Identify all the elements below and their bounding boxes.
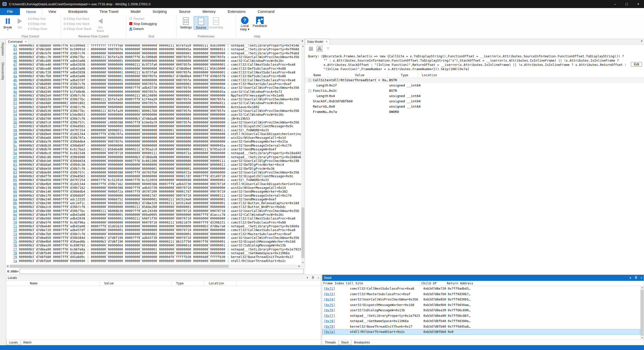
- sidebar-tab-disassembly[interactable]: Disassembly: [1, 60, 5, 82]
- frame-number-link[interactable]: 74: [13, 236, 17, 240]
- collapse-icon[interactable]: −: [308, 90, 311, 92]
- column-separator[interactable]: [171, 281, 171, 285]
- stack-frame-row[interactable]: [0x73]comctl32!MasterSubclassProc+0xaf0x…: [322, 291, 640, 297]
- frame-number-link[interactable]: 4e: [13, 90, 17, 94]
- frame-number-link[interactable]: 6c: [13, 205, 17, 209]
- column-separator[interactable]: [328, 73, 328, 77]
- stack-frame-row[interactable]: [0x7a]ntdll!RtlUserThreadStart+0x2c0xb3d…: [322, 329, 640, 335]
- frame-number-link[interactable]: 69: [13, 194, 17, 197]
- frame-number-link[interactable]: 4b: [13, 78, 17, 82]
- stack-frame-row[interactable]: [0x75]user32!DispatchMessageWorker+0x1dd…: [322, 302, 640, 308]
- ribbon-tab-command[interactable]: Command: [252, 8, 280, 15]
- command-output[interactable]: 42 000000b3`d7d8bbb0 00007ff6`6c5999ed :…: [6, 45, 305, 265]
- frame-number-link[interactable]: 45: [13, 55, 17, 59]
- frame-number-link[interactable]: 62: [13, 167, 17, 170]
- column-separator[interactable]: [418, 73, 418, 77]
- filter-icon[interactable]: [325, 46, 331, 52]
- frame-number-link[interactable]: 51: [13, 101, 17, 105]
- source-button[interactable]: </> Source: [194, 16, 208, 30]
- table-row[interactable]: −Functio…0x2cBSTR: [305, 88, 644, 94]
- scroll-left-icon[interactable]: ◀: [6, 265, 9, 268]
- frame-number-link[interactable]: 4c: [13, 82, 17, 86]
- scrollbar-thumb[interactable]: [301, 207, 304, 258]
- frame-number-link[interactable]: 73: [13, 232, 17, 236]
- frame-number-link[interactable]: 4a: [13, 74, 17, 78]
- step-out-button[interactable]: {↥}Step Out: [28, 16, 48, 21]
- frame-number-link[interactable]: 52: [13, 105, 17, 109]
- frame-number-link[interactable]: 6b: [13, 201, 17, 205]
- frame-number-link[interactable]: 70: [13, 221, 17, 224]
- collapse-icon[interactable]: −: [308, 79, 311, 82]
- step-into-back-button[interactable]: {↧}Step Into Back: [63, 21, 91, 26]
- go-button[interactable]: Go: [14, 16, 26, 29]
- frame-number-link[interactable]: 64: [13, 174, 17, 178]
- locals-body[interactable]: [6, 286, 321, 340]
- column-separator[interactable]: [236, 281, 237, 285]
- scroll-up-icon[interactable]: ▲: [301, 45, 305, 48]
- frame-number-link[interactable]: 43: [13, 47, 17, 51]
- frame-number-link[interactable]: 59: [13, 132, 17, 136]
- frame-number-link[interactable]: 55: [13, 117, 17, 120]
- ribbon-tab-scripting[interactable]: Scripting: [147, 8, 173, 15]
- command-horizontal-scrollbar[interactable]: ◀ ▶: [6, 265, 305, 268]
- tab-watch[interactable]: Watch: [21, 340, 34, 345]
- frame-number-link[interactable]: 77: [13, 247, 17, 251]
- maximize-button[interactable]: □: [621, 0, 632, 8]
- stop-debugging-button[interactable]: Stop Debugging: [129, 21, 157, 26]
- tab-breakpoints[interactable]: Breakpoints: [351, 340, 372, 345]
- ribbon-tab-source[interactable]: Source: [173, 8, 196, 15]
- grid-view-icon[interactable]: [308, 46, 314, 52]
- frame-number-link[interactable]: 54: [13, 113, 17, 116]
- go-back-button[interactable]: Go Back: [94, 16, 107, 33]
- frame-number-link[interactable]: 49: [13, 70, 17, 74]
- step-over-button[interactable]: {↷}Step Over: [28, 26, 48, 31]
- frame-number-link[interactable]: 71: [13, 224, 17, 228]
- frame-number-link[interactable]: 67: [13, 186, 17, 190]
- frame-number-link[interactable]: 42: [13, 45, 17, 47]
- tab-stack[interactable]: Stack: [338, 340, 351, 345]
- frame-number-link[interactable]: 50: [13, 97, 17, 101]
- stack-frame-row[interactable]: [0x74]user32!UserCallWinProcCheckWow+0x3…: [322, 297, 640, 302]
- frame-index-link[interactable]: [0x7a]: [324, 330, 335, 334]
- frame-index-link[interactable]: [0x73]: [324, 292, 335, 296]
- tab-command[interactable]: Command ×: [6, 39, 29, 44]
- frame-index-link[interactable]: [0x79]: [324, 325, 335, 328]
- sidebar-tab-registers[interactable]: Registers: [1, 40, 5, 58]
- table-row[interactable]: −CallSitentdll!RtlUserThreadStart + 0x…B…: [305, 78, 644, 83]
- frame-index-link[interactable]: [0x77]: [324, 314, 335, 318]
- stack-vertical-scrollbar[interactable]: ▲ ▼: [640, 286, 644, 340]
- frame-number-link[interactable]: 76: [13, 243, 17, 247]
- frame-number-link[interactable]: 48: [13, 67, 17, 70]
- frame-number-link[interactable]: 75: [13, 240, 17, 243]
- ribbon-tab-memory[interactable]: Memory: [196, 8, 222, 15]
- frame-number-link[interactable]: 5f: [13, 155, 17, 159]
- break-dropdown-caret[interactable]: ▾: [7, 29, 8, 31]
- command-input[interactable]: [20, 269, 304, 274]
- ribbon-tab-file[interactable]: File: [0, 8, 20, 15]
- frame-number-link[interactable]: 79: [13, 255, 17, 259]
- tab-locals[interactable]: Locals: [6, 340, 21, 345]
- feedback-button[interactable]: Feedback: [252, 16, 267, 28]
- frame-number-link[interactable]: 6d: [13, 209, 17, 213]
- chevron-down-icon[interactable]: ▼: [301, 40, 304, 42]
- frame-number-link[interactable]: 56: [13, 120, 17, 124]
- stack-frame-row[interactable]: [0x72]comctl32!CallNextSubclassProc+0xa8…: [322, 286, 640, 291]
- frame-number-link[interactable]: 6f: [13, 216, 17, 220]
- frame-number-link[interactable]: 5c: [13, 144, 17, 147]
- frame-number-link[interactable]: 4f: [13, 94, 17, 97]
- step-out-back-button[interactable]: {↥}Step Out Back: [63, 16, 91, 21]
- table-row[interactable]: Length0x4unsigned __int64: [305, 94, 644, 99]
- frame-number-link[interactable]: 5e: [13, 151, 17, 155]
- column-separator[interactable]: [387, 73, 387, 77]
- column-separator[interactable]: [204, 281, 204, 285]
- scroll-up-icon[interactable]: ▲: [640, 286, 644, 289]
- break-button[interactable]: Break ▾: [2, 16, 14, 31]
- stack-frame-row[interactable]: [0x77]notepad__!SetLibraryProperty+0x1e7…: [322, 313, 640, 319]
- column-separator[interactable]: [344, 281, 344, 285]
- frame-number-link[interactable]: 47: [13, 63, 17, 66]
- scroll-down-icon[interactable]: ▼: [301, 261, 305, 265]
- close-icon[interactable]: ×: [318, 276, 319, 279]
- detach-button[interactable]: Detach: [129, 26, 157, 31]
- table-row[interactable]: ReturnO…0x0unsigned __int64: [305, 104, 644, 109]
- scroll-right-icon[interactable]: ▶: [298, 265, 301, 268]
